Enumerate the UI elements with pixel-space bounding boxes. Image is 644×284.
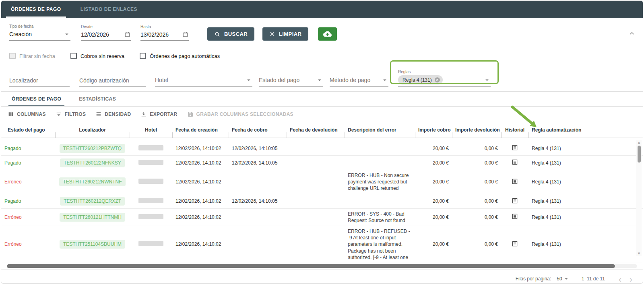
fecha-devolucion-cell — [287, 215, 345, 219]
buscar-button[interactable]: BUSCAR — [207, 27, 254, 41]
estado-cell: Pagado — [1, 196, 55, 206]
error-descripcion-cell — [345, 146, 415, 150]
table-row[interactable]: ErróneoTESTHTT251104SBUUHM12/02/2026, 14… — [1, 226, 643, 263]
rows-per-page-select[interactable]: 50 — [557, 276, 569, 282]
scroll-down-icon[interactable]: ▼ — [637, 251, 641, 256]
fecha-creacion-cell: 12/02/2026, 14:10:02 — [172, 196, 229, 206]
horizontal-scrollbar-thumb[interactable] — [7, 264, 615, 268]
table-row[interactable]: PagadoTESTHTT260212PBZWTQ12/02/2026, 14:… — [1, 141, 643, 156]
fecha-creacion-cell: 12/02/2026, 14:10:02 — [172, 177, 229, 187]
hotel-cell — [130, 143, 172, 154]
localizador-chip[interactable]: TESTHTT260122NFNKSY — [60, 158, 125, 167]
table-row[interactable]: ErróneoTESTHTT260212NWNTNF12/02/2026, 14… — [1, 170, 643, 194]
estado-del-pago-select[interactable]: Estado del pago — [259, 76, 323, 87]
column-header-importe-cobro[interactable]: Importe cobro — [415, 127, 452, 133]
error-descripcion-cell — [345, 161, 415, 165]
calendar-icon[interactable] — [124, 31, 131, 38]
table-header-row: Estado del pagoLocalizadorHotelFecha de … — [1, 122, 643, 138]
localizador-input[interactable]: Localizador — [9, 77, 70, 87]
column-header-descripcion-del-error[interactable]: Descripción del error — [345, 127, 415, 133]
tipo-de-fecha-label: Tipo de fecha — [9, 24, 70, 29]
toolbar-columnas[interactable]: COLUMNAS — [8, 111, 46, 117]
historial-cell — [501, 176, 528, 188]
column-header-historial[interactable]: Historial — [501, 127, 528, 133]
localizador-chip[interactable]: TESTHTT260212PBZWTQ — [60, 144, 125, 153]
regla-automatizacion-cell: Regla 4 (131) — [528, 212, 589, 222]
previous-page-icon[interactable]: ‹ — [615, 275, 625, 283]
column-header-fecha-de-devolucion[interactable]: Fecha de devolución — [287, 127, 345, 133]
rows-per-page-label: Filas por página: — [516, 276, 551, 282]
fecha-cobro-cell: 12/02/2026, 14:10:05 — [229, 144, 287, 153]
reglas-label: Reglas — [398, 70, 491, 74]
collapse-filters-icon[interactable] — [628, 30, 636, 39]
column-header-importe-devolucion[interactable]: Importe devolución — [452, 127, 501, 133]
localizador-chip[interactable]: TESTHTT251104SBUUHM — [60, 240, 125, 249]
error-descripcion-cell: ERROR - HUB - Non secure payment was req… — [345, 170, 415, 194]
column-header-hotel[interactable]: Hotel — [130, 127, 172, 133]
tab-listado-de-enlaces[interactable]: LISTADO DE ENLACES — [71, 1, 147, 18]
vertical-scrollbar-thumb[interactable] — [638, 146, 641, 163]
regla-automatizacion-cell: Regla 4 (131) — [528, 177, 589, 187]
localizador-cell: TESTHTT251104SBUUHM — [55, 238, 130, 251]
localizador-cell: TESTHTT260212PBZWTQ — [55, 142, 130, 155]
toolbar-exportar[interactable]: EXPORTAR — [140, 111, 177, 117]
column-header-regla-automatizacion[interactable]: Regla automatización — [528, 127, 589, 133]
history-icon[interactable] — [511, 178, 518, 185]
table-row[interactable]: ErróneoTESTHTT260121HTTNMH12/02/2026, 14… — [1, 209, 643, 226]
history-icon[interactable] — [511, 144, 518, 151]
column-header-fecha-de-creacion[interactable]: Fecha de creación — [172, 127, 229, 133]
chip-remove-icon[interactable] — [434, 76, 441, 83]
estado-cell: Erróneo — [1, 239, 55, 249]
localizador-chip[interactable]: TESTHTT260121HTTNMH — [60, 213, 125, 222]
metodo-de-pago-select[interactable]: Método de pago — [330, 76, 388, 87]
checkbox-box[interactable] — [70, 53, 77, 59]
checkbox-ordenes-automaticas[interactable]: Órdenes de pago automáticas — [140, 53, 220, 59]
hotel-select[interactable]: Hotel — [155, 76, 252, 87]
tipo-de-fecha-select[interactable]: Tipo de fecha Creación — [9, 24, 70, 41]
codigo-autorizacion-input[interactable]: Código autorización — [79, 77, 146, 87]
history-icon[interactable] — [511, 240, 518, 247]
regla-chip[interactable]: Regla 4 (131) — [398, 75, 443, 84]
next-page-icon[interactable]: › — [625, 275, 636, 283]
vertical-scrollbar[interactable]: ▲ ▼ — [636, 140, 642, 256]
hotel-cell — [130, 158, 172, 168]
calendar-icon[interactable] — [182, 31, 189, 38]
filter-panel: Tipo de fecha Creación Desde 12/02/2026 … — [1, 18, 643, 92]
hasta-label: Hasta — [140, 25, 189, 29]
fecha-cobro-cell — [229, 242, 287, 246]
desde-date-field[interactable]: Desde 12/02/2026 — [81, 25, 131, 41]
table-row[interactable]: PagadoTESTHTT260122NFNKSY12/02/2026, 14:… — [1, 156, 643, 170]
cloud-download-button[interactable] — [318, 27, 337, 41]
reglas-select[interactable]: Reglas Regla 4 (131) — [398, 70, 491, 87]
toolbar-densidad[interactable]: DENSIDAD — [95, 111, 131, 117]
error-descripcion-cell: ERROR - SYS - 400 - Bad Request: Source … — [345, 209, 415, 226]
localizador-chip[interactable]: TESTHTT260212NWNTNF — [59, 177, 125, 186]
history-icon[interactable] — [511, 158, 518, 166]
search-icon — [214, 31, 221, 37]
chevron-down-icon — [483, 76, 491, 84]
desde-label: Desde — [81, 25, 131, 29]
limpiar-button[interactable]: LIMPIAR — [262, 27, 308, 41]
tab-ordenes-de-pago[interactable]: ÓRDENES DE PAGO — [1, 1, 71, 18]
toolbar-filtros[interactable]: FILTROS — [56, 111, 86, 117]
chevron-down-icon — [245, 76, 252, 84]
importe-devolucion-cell: 0,00 € — [452, 239, 501, 249]
column-header-localizador[interactable]: Localizador — [55, 127, 130, 133]
column-header-estado-del-pago[interactable]: Estado del pago — [1, 127, 55, 133]
hasta-value: 13/02/2026 — [140, 31, 169, 38]
table-row[interactable]: PagadoTESTHTT260212QERXZT12/02/2026, 14:… — [1, 194, 643, 209]
tab-ordenes-table[interactable]: ÓRDENES DE PAGO — [3, 92, 70, 106]
hasta-date-field[interactable]: Hasta 13/02/2026 — [140, 25, 189, 41]
checkbox-box[interactable] — [140, 53, 146, 59]
checkbox-cobros-sin-reserva[interactable]: Cobros sin reserva — [70, 53, 124, 59]
history-icon[interactable] — [511, 197, 518, 204]
tab-estadisticas[interactable]: ESTADÍSTICAS — [70, 92, 125, 106]
table-body: PagadoTESTHTT260212PBZWTQ12/02/2026, 14:… — [1, 141, 643, 263]
localizador-chip[interactable]: TESTHTT260212QERXZT — [60, 197, 125, 206]
scroll-up-icon[interactable]: ▲ — [637, 140, 641, 145]
close-icon — [269, 31, 275, 37]
table-footer: Filas por página: 50 1–11 de 11 ‹ › — [1, 270, 643, 284]
column-header-fecha-de-cobro[interactable]: Fecha de cobro — [229, 127, 287, 133]
history-icon[interactable] — [511, 213, 518, 220]
horizontal-scrollbar[interactable] — [7, 264, 637, 268]
